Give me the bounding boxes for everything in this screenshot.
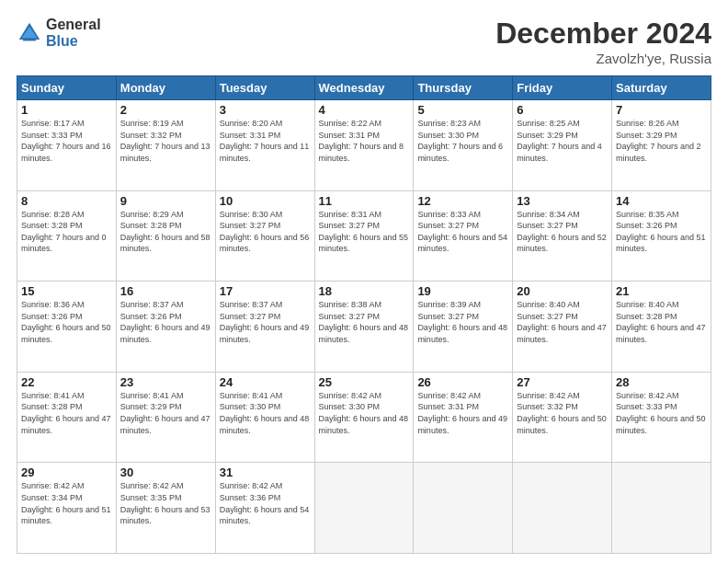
table-row: 30 Sunrise: 8:42 AMSunset: 3:35 PMDaylig… xyxy=(116,463,215,554)
title-block: December 2024 Zavolzh'ye, Russia xyxy=(495,17,711,66)
day-info: Sunrise: 8:30 AMSunset: 3:27 PMDaylight:… xyxy=(220,209,311,255)
day-number: 27 xyxy=(517,375,608,389)
col-sunday: Sunday xyxy=(17,76,117,100)
day-number: 10 xyxy=(220,194,311,208)
day-number: 28 xyxy=(616,375,707,389)
table-row: 26 Sunrise: 8:42 AMSunset: 3:31 PMDaylig… xyxy=(414,372,513,463)
day-info: Sunrise: 8:33 AMSunset: 3:27 PMDaylight:… xyxy=(417,209,508,255)
logo-icon xyxy=(17,20,42,46)
day-number: 2 xyxy=(120,103,211,117)
table-row: 9 Sunrise: 8:29 AMSunset: 3:28 PMDayligh… xyxy=(116,190,215,282)
table-row xyxy=(513,463,612,554)
day-info: Sunrise: 8:35 AMSunset: 3:26 PMDaylight:… xyxy=(616,209,707,255)
day-info: Sunrise: 8:34 AMSunset: 3:27 PMDaylight:… xyxy=(517,209,608,255)
table-row: 31 Sunrise: 8:42 AMSunset: 3:36 PMDaylig… xyxy=(215,463,314,554)
day-number: 20 xyxy=(517,284,608,298)
col-saturday: Saturday xyxy=(612,76,711,100)
table-row: 24 Sunrise: 8:41 AMSunset: 3:30 PMDaylig… xyxy=(215,372,314,463)
table-row: 6 Sunrise: 8:25 AMSunset: 3:29 PMDayligh… xyxy=(513,100,612,191)
day-number: 25 xyxy=(319,375,410,389)
table-row xyxy=(612,463,711,554)
day-number: 26 xyxy=(417,375,508,389)
page: General Blue December 2024 Zavolzh'ye, R… xyxy=(0,0,728,563)
day-number: 18 xyxy=(319,284,410,298)
day-info: Sunrise: 8:25 AMSunset: 3:29 PMDaylight:… xyxy=(517,118,608,164)
calendar-header-row: Sunday Monday Tuesday Wednesday Thursday… xyxy=(17,76,711,100)
table-row: 23 Sunrise: 8:41 AMSunset: 3:29 PMDaylig… xyxy=(116,372,215,463)
day-info: Sunrise: 8:42 AMSunset: 3:31 PMDaylight:… xyxy=(417,390,508,436)
day-number: 9 xyxy=(120,194,211,208)
day-info: Sunrise: 8:17 AMSunset: 3:33 PMDaylight:… xyxy=(21,118,112,164)
day-info: Sunrise: 8:36 AMSunset: 3:26 PMDaylight:… xyxy=(21,299,112,345)
table-row: 18 Sunrise: 8:38 AMSunset: 3:27 PMDaylig… xyxy=(314,282,414,373)
table-row: 8 Sunrise: 8:28 AMSunset: 3:28 PMDayligh… xyxy=(17,190,117,282)
table-row: 22 Sunrise: 8:41 AMSunset: 3:28 PMDaylig… xyxy=(17,372,117,463)
day-info: Sunrise: 8:22 AMSunset: 3:31 PMDaylight:… xyxy=(319,118,410,164)
day-number: 24 xyxy=(220,375,311,389)
col-friday: Friday xyxy=(513,76,612,100)
day-number: 16 xyxy=(120,284,211,298)
day-number: 12 xyxy=(417,194,508,208)
table-row: 19 Sunrise: 8:39 AMSunset: 3:27 PMDaylig… xyxy=(414,282,513,373)
day-info: Sunrise: 8:39 AMSunset: 3:27 PMDaylight:… xyxy=(417,299,508,345)
day-info: Sunrise: 8:42 AMSunset: 3:30 PMDaylight:… xyxy=(319,390,410,436)
table-row: 1 Sunrise: 8:17 AMSunset: 3:33 PMDayligh… xyxy=(17,100,117,191)
table-row: 4 Sunrise: 8:22 AMSunset: 3:31 PMDayligh… xyxy=(314,100,414,191)
col-wednesday: Wednesday xyxy=(314,76,414,100)
day-info: Sunrise: 8:42 AMSunset: 3:33 PMDaylight:… xyxy=(616,390,707,436)
logo-blue-text: Blue xyxy=(46,33,101,50)
day-info: Sunrise: 8:20 AMSunset: 3:31 PMDaylight:… xyxy=(220,118,311,164)
day-number: 5 xyxy=(417,103,508,117)
table-row: 13 Sunrise: 8:34 AMSunset: 3:27 PMDaylig… xyxy=(513,190,612,282)
calendar-week-row: 15 Sunrise: 8:36 AMSunset: 3:26 PMDaylig… xyxy=(17,282,711,373)
day-number: 23 xyxy=(120,375,211,389)
day-info: Sunrise: 8:41 AMSunset: 3:30 PMDaylight:… xyxy=(220,390,311,436)
logo-general-text: General xyxy=(46,17,101,33)
calendar-week-row: 22 Sunrise: 8:41 AMSunset: 3:28 PMDaylig… xyxy=(17,372,711,463)
table-row: 28 Sunrise: 8:42 AMSunset: 3:33 PMDaylig… xyxy=(612,372,711,463)
month-title: December 2024 xyxy=(495,17,711,51)
day-number: 30 xyxy=(120,465,211,479)
table-row xyxy=(414,463,513,554)
table-row: 16 Sunrise: 8:37 AMSunset: 3:26 PMDaylig… xyxy=(116,282,215,373)
day-number: 4 xyxy=(319,103,410,117)
table-row: 20 Sunrise: 8:40 AMSunset: 3:27 PMDaylig… xyxy=(513,282,612,373)
table-row: 27 Sunrise: 8:42 AMSunset: 3:32 PMDaylig… xyxy=(513,372,612,463)
day-info: Sunrise: 8:42 AMSunset: 3:32 PMDaylight:… xyxy=(517,390,608,436)
day-info: Sunrise: 8:19 AMSunset: 3:32 PMDaylight:… xyxy=(120,118,211,164)
day-info: Sunrise: 8:37 AMSunset: 3:27 PMDaylight:… xyxy=(220,299,311,345)
day-number: 22 xyxy=(21,375,112,389)
day-number: 14 xyxy=(616,194,707,208)
table-row: 5 Sunrise: 8:23 AMSunset: 3:30 PMDayligh… xyxy=(414,100,513,191)
day-number: 7 xyxy=(616,103,707,117)
day-info: Sunrise: 8:37 AMSunset: 3:26 PMDaylight:… xyxy=(120,299,211,345)
day-info: Sunrise: 8:23 AMSunset: 3:30 PMDaylight:… xyxy=(417,118,508,164)
table-row: 14 Sunrise: 8:35 AMSunset: 3:26 PMDaylig… xyxy=(612,190,711,282)
header: General Blue December 2024 Zavolzh'ye, R… xyxy=(17,17,711,66)
day-number: 15 xyxy=(21,284,112,298)
table-row xyxy=(314,463,414,554)
day-info: Sunrise: 8:26 AMSunset: 3:29 PMDaylight:… xyxy=(616,118,707,164)
table-row: 29 Sunrise: 8:42 AMSunset: 3:34 PMDaylig… xyxy=(17,463,117,554)
location: Zavolzh'ye, Russia xyxy=(495,51,711,66)
calendar-week-row: 29 Sunrise: 8:42 AMSunset: 3:34 PMDaylig… xyxy=(17,463,711,554)
table-row: 11 Sunrise: 8:31 AMSunset: 3:27 PMDaylig… xyxy=(314,190,414,282)
day-info: Sunrise: 8:41 AMSunset: 3:28 PMDaylight:… xyxy=(21,390,112,436)
calendar-week-row: 8 Sunrise: 8:28 AMSunset: 3:28 PMDayligh… xyxy=(17,190,711,282)
calendar-body: 1 Sunrise: 8:17 AMSunset: 3:33 PMDayligh… xyxy=(17,100,711,554)
logo-text: General Blue xyxy=(46,17,101,49)
table-row: 25 Sunrise: 8:42 AMSunset: 3:30 PMDaylig… xyxy=(314,372,414,463)
svg-rect-2 xyxy=(23,38,36,40)
table-row: 12 Sunrise: 8:33 AMSunset: 3:27 PMDaylig… xyxy=(414,190,513,282)
day-info: Sunrise: 8:41 AMSunset: 3:29 PMDaylight:… xyxy=(120,390,211,436)
col-monday: Monday xyxy=(116,76,215,100)
day-info: Sunrise: 8:31 AMSunset: 3:27 PMDaylight:… xyxy=(319,209,410,255)
day-info: Sunrise: 8:42 AMSunset: 3:35 PMDaylight:… xyxy=(120,480,211,526)
table-row: 3 Sunrise: 8:20 AMSunset: 3:31 PMDayligh… xyxy=(215,100,314,191)
day-number: 17 xyxy=(220,284,311,298)
day-number: 13 xyxy=(517,194,608,208)
day-info: Sunrise: 8:40 AMSunset: 3:28 PMDaylight:… xyxy=(616,299,707,345)
day-number: 6 xyxy=(517,103,608,117)
table-row: 2 Sunrise: 8:19 AMSunset: 3:32 PMDayligh… xyxy=(116,100,215,191)
day-info: Sunrise: 8:42 AMSunset: 3:34 PMDaylight:… xyxy=(21,480,112,526)
